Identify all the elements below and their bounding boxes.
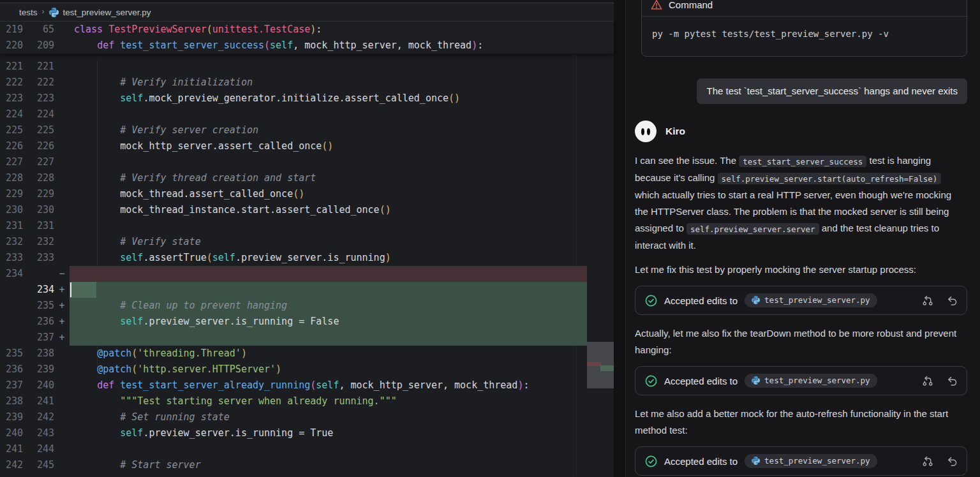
line-number-old: 241 xyxy=(0,441,23,457)
code-line[interactable]: 224224 xyxy=(0,106,614,122)
undo-edits-button[interactable] xyxy=(946,455,957,467)
code-line[interactable]: 233233 self.assertTrue(self.preview_serv… xyxy=(0,250,614,266)
line-number-new: 234 xyxy=(23,282,54,298)
code-line[interactable]: 239242 # Set running state xyxy=(0,409,614,425)
diff-sign xyxy=(54,234,70,250)
code-line[interactable]: 228228 # Verify thread creation and star… xyxy=(0,170,614,186)
diff-sign: − xyxy=(54,266,70,282)
code-line-text: # Verify thread creation and start xyxy=(70,170,587,186)
line-number-new: 227 xyxy=(23,154,54,170)
diff-sign: + xyxy=(54,298,70,314)
undo-edits-button[interactable] xyxy=(946,295,957,306)
diff-sign xyxy=(54,75,70,91)
command-card-header: Command xyxy=(642,0,967,17)
paragraph-text: Actually, let me also fix the tearDown m… xyxy=(635,328,956,355)
code-line-text: # Verify initialization xyxy=(70,75,587,91)
line-number-new: 240 xyxy=(23,378,54,393)
breadcrumb-folder[interactable]: tests xyxy=(19,8,38,17)
line-number-old: 219 xyxy=(0,22,23,38)
code-line-text: class TestPreviewServer(unittest.TestCas… xyxy=(70,22,587,38)
code-line[interactable]: 236239 @patch('http.server.HTTPServer') xyxy=(0,362,614,378)
paragraph-text: I can see the issue. The xyxy=(635,155,739,166)
code-line[interactable]: 237240 def test_start_server_already_run… xyxy=(0,378,614,393)
inserted-range-highlight xyxy=(70,282,96,298)
code-line[interactable]: 240243 self.preview_server.is_running = … xyxy=(0,425,614,441)
code-line-text: mock_http_server.assert_called_once() xyxy=(70,138,587,154)
line-number-new: 232 xyxy=(23,234,54,250)
line-number-old: 236 xyxy=(0,362,23,378)
line-number-new: 65 xyxy=(23,22,54,38)
code-line[interactable]: 223223 self.mock_preview_generator.initi… xyxy=(0,91,614,106)
code-line[interactable]: 229229 mock_thread.assert_called_once() xyxy=(0,186,614,202)
diff-sign xyxy=(54,409,70,425)
code-line[interactable]: 220209 def test_start_server_success(sel… xyxy=(0,38,614,54)
code-line[interactable]: 237+ xyxy=(0,330,614,346)
code-line[interactable]: 234− xyxy=(0,266,614,282)
inline-code: self.preview_server.server xyxy=(687,223,819,235)
view-diff-button[interactable] xyxy=(922,455,933,467)
code-line[interactable]: 238241 """Test starting server when alre… xyxy=(0,393,614,409)
check-circle-icon xyxy=(645,295,657,307)
code-line-text: self.assertTrue(self.preview_server.is_r… xyxy=(70,250,587,266)
line-number-new: 223 xyxy=(23,91,54,106)
line-number-new: 224 xyxy=(23,106,54,122)
file-chip-name: test_preview_server.py xyxy=(764,456,870,466)
warning-icon xyxy=(651,0,662,10)
check-circle-icon xyxy=(645,455,657,467)
chat-flow: I can see the issue. The test_start_serv… xyxy=(631,142,970,476)
check-circle-icon xyxy=(645,375,657,387)
view-diff-button[interactable] xyxy=(922,375,933,386)
code-line-text xyxy=(70,282,587,298)
paragraph-text: Let me fix this test by properly mocking… xyxy=(635,264,916,275)
undo-edits-button[interactable] xyxy=(946,375,957,386)
line-number-new: 244 xyxy=(23,441,54,457)
text-cursor xyxy=(70,283,71,297)
code-line[interactable]: 236+ self.preview_server.is_running = Fa… xyxy=(0,314,614,330)
code-line[interactable]: 226226 mock_http_server.assert_called_on… xyxy=(0,138,614,154)
code-line[interactable]: 241244 xyxy=(0,441,614,457)
code-line-text: self.mock_preview_generator.initialize.a… xyxy=(70,91,587,106)
code-line[interactable]: 225225 # Verify server creation xyxy=(0,122,614,138)
inline-code: self.preview_server.start(auto_refresh=F… xyxy=(718,173,942,184)
view-diff-button[interactable] xyxy=(922,295,933,306)
diff-sign xyxy=(54,170,70,186)
code-line[interactable]: 231231 xyxy=(0,218,614,234)
line-number-new: 222 xyxy=(23,75,54,91)
code-line-text: # Verify state xyxy=(70,234,587,250)
editor-pane: tests › test_preview_server.py 21965clas… xyxy=(0,0,614,477)
line-number-old: 239 xyxy=(0,409,23,425)
command-card: Command py -m pytest tests/test_preview_… xyxy=(641,0,967,57)
line-number-old: 242 xyxy=(0,457,23,473)
card-actions xyxy=(922,375,957,386)
code-line[interactable]: 234+ xyxy=(0,282,614,298)
diff-sign xyxy=(54,91,70,106)
file-chip[interactable]: test_preview_server.py xyxy=(745,454,877,468)
code-editor[interactable]: 21965class TestPreviewServer(unittest.Te… xyxy=(0,22,614,476)
code-line[interactable]: 221221 xyxy=(0,59,614,75)
line-number-old: 238 xyxy=(0,393,23,409)
code-line[interactable]: 235238 @patch('threading.Thread') xyxy=(0,346,614,362)
breadcrumb-file[interactable]: test_preview_server.py xyxy=(63,8,151,17)
line-number-old: 228 xyxy=(0,170,23,186)
line-number-old: 229 xyxy=(0,186,23,202)
code-line[interactable]: 222222 # Verify initialization xyxy=(0,75,614,91)
code-line[interactable]: 227227 xyxy=(0,154,614,170)
line-number-old: 224 xyxy=(0,106,23,122)
diff-sign: + xyxy=(54,330,70,346)
line-number-old xyxy=(0,298,23,314)
code-line[interactable]: 242245 # Start server xyxy=(0,457,614,473)
kiro-avatar-icon xyxy=(635,121,657,142)
line-number-new: 236 xyxy=(23,314,54,330)
diff-sign xyxy=(54,250,70,266)
code-lines: 221221222222 # Verify initialization2232… xyxy=(0,54,614,473)
code-line[interactable]: 21965class TestPreviewServer(unittest.Te… xyxy=(0,22,614,38)
code-line-text: mock_thread.assert_called_once() xyxy=(70,186,587,202)
file-chip[interactable]: test_preview_server.py xyxy=(745,293,877,307)
code-line[interactable]: 235+ # Clean up to prevent hanging xyxy=(0,298,614,314)
line-number-old: 226 xyxy=(0,138,23,154)
accepted-edits-card: Accepted edits to test_preview_server.py xyxy=(635,366,967,395)
code-line[interactable]: 232232 # Verify state xyxy=(0,234,614,250)
diff-sign xyxy=(54,154,70,170)
file-chip[interactable]: test_preview_server.py xyxy=(745,374,877,388)
code-line[interactable]: 230230 mock_thread_instance.start.assert… xyxy=(0,202,614,218)
